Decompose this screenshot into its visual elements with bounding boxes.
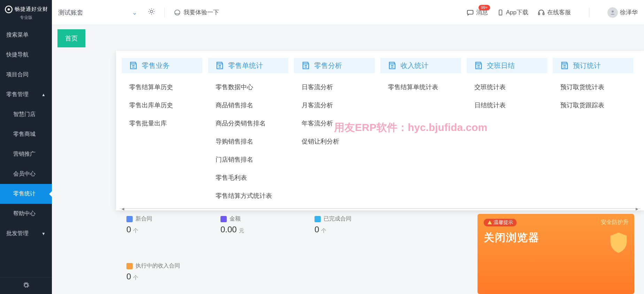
headset-icon xyxy=(537,9,545,16)
shield-icon xyxy=(606,231,631,255)
settings-gear-icon[interactable] xyxy=(148,8,155,17)
mega-menu-item[interactable]: 年客流分析 xyxy=(292,114,378,132)
sidebar-footer xyxy=(0,277,52,294)
category-icon xyxy=(474,61,483,70)
mega-column: 交班日结交班统计表日结统计表 xyxy=(465,58,551,205)
promo-banner[interactable]: 温馨提示 安全防护升 关闭浏览器 xyxy=(478,214,634,294)
divider xyxy=(589,8,589,17)
sidebar-item-marketing[interactable]: 营销推广 xyxy=(0,144,52,164)
messages-button[interactable]: 消息 99+ xyxy=(466,8,488,16)
sidebar-item-contract[interactable]: 项目合同 xyxy=(0,65,52,85)
svg-point-5 xyxy=(500,14,501,15)
mega-menu-item[interactable]: 零售结算单统计表 xyxy=(378,78,465,96)
svg-rect-6 xyxy=(538,13,540,14)
sidebar-item-store[interactable]: 智慧门店 xyxy=(0,105,52,124)
mega-column-header: 零售分析 xyxy=(294,58,375,73)
mega-column: 收入统计零售结算单统计表 xyxy=(378,58,465,205)
chat-icon xyxy=(466,9,474,16)
sidebar-label: 批发管理 xyxy=(6,230,29,237)
sidebar-item-quicknav[interactable]: 快捷导航 xyxy=(0,45,52,65)
divider xyxy=(164,8,165,17)
sidebar-label: 帮助中心 xyxy=(13,210,36,217)
stat-unit: 个 xyxy=(133,227,138,234)
stat-card: 已完成合同0个 xyxy=(310,214,390,247)
sidebar-item-retail-stats[interactable]: 零售统计 xyxy=(0,184,52,204)
stat-icon xyxy=(126,216,133,222)
main: 测试账套 ⌄ 我要体验一下 消息 99+ App下载 xyxy=(52,0,644,294)
app-download-button[interactable]: App下载 xyxy=(497,8,528,16)
mega-menu-item[interactable]: 日结统计表 xyxy=(465,96,551,114)
stat-unit: 个 xyxy=(321,227,326,234)
stat-label: 执行中的收入合同 xyxy=(135,262,180,270)
stat-value: 0 xyxy=(126,225,131,234)
stat-unit: 个 xyxy=(133,274,138,281)
logo-area: 畅捷通好业财 专业版 xyxy=(0,0,52,25)
mega-menu-item[interactable]: 零售批量出库 xyxy=(119,114,206,132)
tab-home[interactable]: 首页 xyxy=(57,29,85,47)
content-peek: 新合同0个金额0.00元已完成合同0个执行中的收入合同0个 温馨提示 安全防护升… xyxy=(116,210,644,294)
brand-logo-icon xyxy=(4,5,13,14)
stat-value: 0.00 xyxy=(220,225,237,234)
horizontal-scrollbar[interactable]: ◀ ▶ xyxy=(119,208,641,209)
mega-menu-item[interactable]: 预订取货统计表 xyxy=(551,78,637,96)
sidebar-item-help[interactable]: 帮助中心 xyxy=(0,204,52,224)
tab-row: 首页 xyxy=(52,25,644,47)
warning-pill: 温馨提示 xyxy=(484,219,517,226)
sidebar-item-member[interactable]: 会员中心 xyxy=(0,164,52,184)
warn-icon xyxy=(487,220,492,225)
globe-icon xyxy=(174,9,181,16)
experience-link[interactable]: 我要体验一下 xyxy=(174,8,219,16)
chevron-up-icon: ▲ xyxy=(41,92,46,97)
account-name: 测试账套 xyxy=(58,8,83,17)
mega-menu-item[interactable]: 零售毛利表 xyxy=(206,169,292,187)
stat-row: 新合同0个金额0.00元已完成合同0个执行中的收入合同0个 xyxy=(122,214,468,294)
sidebar-item-search[interactable]: 搜索菜单 xyxy=(0,25,52,45)
mega-menu-item[interactable]: 零售出库单历史 xyxy=(119,96,206,114)
chevron-down-icon: ⌄ xyxy=(132,9,137,16)
mega-column-header: 收入统计 xyxy=(380,58,461,73)
mega-menu-item[interactable]: 预订取货跟踪表 xyxy=(551,96,637,114)
mega-menu-item[interactable]: 零售结算单历史 xyxy=(119,78,206,96)
column-title: 收入统计 xyxy=(401,61,428,70)
topbar-right: 消息 99+ App下载 在线客服 徐泽华 xyxy=(466,7,638,18)
mega-menu-item[interactable]: 零售结算方式统计表 xyxy=(206,187,292,205)
svg-rect-3 xyxy=(467,10,473,14)
stat-unit: 元 xyxy=(239,227,244,234)
mega-menu-item[interactable]: 交班统计表 xyxy=(465,78,551,96)
gear-icon[interactable] xyxy=(23,282,30,289)
sidebar-item-retail[interactable]: 零售管理▲ xyxy=(0,85,52,105)
mega-menu-item[interactable]: 零售数据中心 xyxy=(206,78,292,96)
support-button[interactable]: 在线客服 xyxy=(537,8,571,16)
mega-column-header: 预订统计 xyxy=(553,58,634,73)
chevron-down-icon: ▼ xyxy=(41,231,46,236)
mega-column-header: 零售业务 xyxy=(122,58,202,73)
download-label: App下载 xyxy=(506,8,528,16)
stat-value: 0 xyxy=(315,225,319,234)
mega-column: 零售业务零售结算单历史零售出库单历史零售批量出库 xyxy=(119,58,206,205)
avatar-icon xyxy=(607,7,618,18)
mega-menu-item[interactable]: 商品分类销售排名 xyxy=(206,114,292,132)
stat-value: 0 xyxy=(126,272,131,281)
mega-column: 预订统计预订取货统计表预订取货跟踪表 xyxy=(551,58,637,205)
mega-menu-item[interactable]: 商品销售排名 xyxy=(206,96,292,114)
sidebar-item-mall[interactable]: 零售商城 xyxy=(0,124,52,144)
user-menu[interactable]: 徐泽华 xyxy=(607,7,638,18)
mega-menu-item[interactable]: 月客流分析 xyxy=(292,96,378,114)
column-title: 零售业务 xyxy=(142,61,170,70)
account-selector[interactable]: 测试账套 ⌄ xyxy=(58,8,137,17)
sidebar-label: 营销推广 xyxy=(13,150,36,158)
column-title: 交班日结 xyxy=(487,61,515,70)
stat-label: 金额 xyxy=(230,215,241,223)
mega-menu-item[interactable]: 门店销售排名 xyxy=(206,150,292,169)
brand-subtitle: 专业版 xyxy=(20,15,32,21)
mega-menu-item[interactable]: 导购销售排名 xyxy=(206,132,292,150)
category-icon xyxy=(387,61,397,70)
sidebar-item-wholesale[interactable]: 批发管理▼ xyxy=(0,224,52,243)
mega-menu-item[interactable]: 促销让利分析 xyxy=(292,132,378,150)
sidebar-label: 零售商城 xyxy=(13,131,36,138)
mega-menu-item[interactable]: 日客流分析 xyxy=(292,78,378,96)
topbar: 测试账套 ⌄ 我要体验一下 消息 99+ App下载 xyxy=(52,0,644,25)
pill-text: 温馨提示 xyxy=(494,219,513,226)
sidebar-label: 智慧门店 xyxy=(13,111,36,118)
mega-column: 零售单统计零售数据中心商品销售排名商品分类销售排名导购销售排名门店销售排名零售毛… xyxy=(206,58,292,205)
